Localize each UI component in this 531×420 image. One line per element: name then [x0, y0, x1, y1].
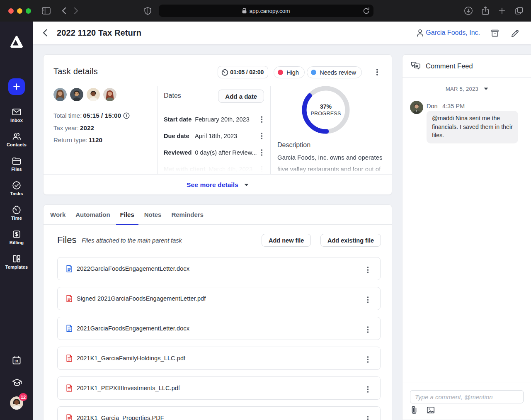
task-details-card: Task details 01:05 / 02:00 High Needs re…	[43, 54, 392, 195]
browser-sidebar-toggle-icon[interactable]	[42, 7, 51, 15]
file-menu-kebab[interactable]	[366, 384, 371, 394]
browser-chrome: app.canopy.com	[0, 0, 531, 22]
assignee-avatar[interactable]	[53, 88, 67, 101]
tab-overview-icon[interactable]	[514, 6, 524, 15]
sidebar-item-label: Inbox	[10, 118, 23, 123]
archive-icon[interactable]	[490, 29, 499, 38]
create-new-button[interactable]	[8, 78, 25, 95]
chevron-down-icon	[484, 87, 488, 90]
back-button[interactable]	[40, 28, 49, 37]
file-menu-kebab[interactable]	[366, 325, 371, 335]
comment-feed-panel: Comment Feed MAR 5, 2023 Don 4:35 PM @ma…	[402, 54, 531, 420]
app-sidebar: Inbox Contacts Files Tasks Time Billing …	[0, 22, 33, 420]
date-row-kebab[interactable]	[259, 114, 264, 124]
browser-back-icon[interactable]	[61, 7, 66, 15]
file-menu-kebab[interactable]	[366, 354, 371, 364]
privacy-shield-icon[interactable]	[144, 7, 151, 15]
address-bar[interactable]: app.canopy.com	[159, 5, 373, 17]
add-new-file-button[interactable]: Add new file	[262, 234, 311, 247]
timer-icon	[221, 68, 229, 76]
sidebar-item-templates[interactable]: Templates	[0, 254, 33, 278]
reload-icon[interactable]	[363, 7, 370, 15]
date-row-kebab[interactable]	[259, 131, 264, 141]
task-tabs-card: Work Automation Files Notes Reminders Fi…	[43, 204, 392, 420]
file-row[interactable]: 2021K1_GarciaFamilyHoldings_LLC.pdf	[57, 347, 381, 370]
sidebar-item-contacts[interactable]: Contacts	[0, 131, 33, 156]
sidebar-item-label: Time	[11, 216, 22, 221]
person-icon	[416, 29, 424, 37]
date-row-kebab[interactable]	[259, 148, 264, 158]
task-menu-kebab[interactable]	[375, 67, 380, 77]
file-name: 2021K1_GarciaFamilyHoldings_LLC.pdf	[77, 355, 185, 362]
date-row: Start date February 20th, 2023	[164, 111, 264, 128]
file-name: 2021K1_Garcia_Properties.PDF	[77, 415, 164, 420]
files-icon	[12, 156, 22, 166]
file-row[interactable]: 2021K1_Garcia_Properties.PDF	[57, 406, 381, 420]
info-icon[interactable]	[123, 112, 130, 119]
comment-input[interactable]	[410, 390, 524, 403]
new-tab-icon[interactable]	[498, 7, 506, 15]
comment-date-separator[interactable]: MAR 5, 2023	[402, 86, 531, 92]
calendar-icon[interactable]: 31	[12, 355, 22, 365]
window-minimize-button[interactable]	[17, 8, 22, 14]
comment-time: 4:35 PM	[442, 103, 465, 109]
assignee-avatar[interactable]	[70, 88, 83, 101]
file-row[interactable]: 2021K1_PEPXIIIInvestments_LLC.pdf	[57, 376, 381, 400]
timer-pill[interactable]: 01:05 / 02:00	[218, 66, 268, 78]
tax-year-value: 2022	[80, 124, 94, 131]
downloads-icon[interactable]	[464, 6, 473, 15]
window-close-button[interactable]	[8, 8, 14, 14]
file-menu-kebab[interactable]	[366, 295, 371, 305]
tab-work[interactable]: Work	[46, 205, 70, 225]
assignee-avatar[interactable]	[103, 88, 116, 101]
canopy-logo[interactable]	[10, 35, 23, 49]
status-dot	[311, 70, 316, 75]
attach-image-icon[interactable]	[426, 405, 435, 415]
assignee-avatars[interactable]	[53, 88, 116, 101]
date-row-kebab[interactable]	[259, 164, 264, 174]
tab-reminders[interactable]: Reminders	[167, 205, 208, 225]
tab-files[interactable]: Files	[116, 205, 138, 225]
pdf-file-icon	[65, 414, 73, 420]
comment-author: Don	[427, 103, 438, 109]
files-section-heading: Files	[57, 235, 76, 245]
task-tabs: Work Automation Files Notes Reminders	[44, 205, 392, 225]
file-row[interactable]: 2022GarciaFoodsEngagementLetter.docx	[57, 257, 381, 280]
divider	[402, 383, 531, 383]
add-existing-file-button[interactable]: Add existing file	[320, 234, 381, 247]
assignee-avatar[interactable]	[87, 88, 100, 101]
docx-file-icon	[65, 265, 73, 272]
status-pill[interactable]: Needs review	[307, 66, 362, 78]
sidebar-item-label: Templates	[5, 265, 28, 269]
education-icon[interactable]	[12, 378, 22, 388]
browser-forward-icon[interactable]	[74, 7, 79, 15]
sidebar-item-inbox[interactable]: Inbox	[0, 107, 33, 131]
sidebar-item-billing[interactable]: Billing	[0, 229, 33, 254]
sidebar-item-files[interactable]: Files	[0, 156, 33, 180]
see-more-details-button[interactable]: See more details	[44, 175, 392, 195]
tab-notes[interactable]: Notes	[140, 205, 166, 225]
file-menu-kebab[interactable]	[366, 265, 371, 275]
time-icon	[12, 205, 22, 215]
priority-pill[interactable]: High	[274, 66, 305, 78]
client-link[interactable]: Garcia Foods, Inc.	[416, 29, 480, 37]
lock-icon	[242, 8, 247, 14]
file-menu-kebab[interactable]	[366, 414, 371, 420]
chevron-down-icon	[244, 184, 249, 187]
sidebar-item-time[interactable]: Time	[0, 205, 33, 229]
sidebar-item-label: Billing	[10, 240, 24, 245]
share-icon[interactable]	[481, 6, 490, 16]
files-section-subtitle: Files attached to the main parent task	[82, 237, 182, 244]
attach-file-icon[interactable]	[410, 405, 418, 415]
tab-automation[interactable]: Automation	[71, 205, 114, 225]
comment-author-avatar[interactable]	[410, 101, 423, 114]
file-row[interactable]: Signed 2021GarciaFoodsEngagementLetter.p…	[57, 287, 381, 310]
main-content: Task details 01:05 / 02:00 High Needs re…	[33, 44, 531, 420]
edit-icon[interactable]	[510, 29, 519, 38]
file-row[interactable]: 2021GarciaFoodsEngagementLetter.docx	[57, 317, 381, 340]
sidebar-item-tasks[interactable]: Tasks	[0, 180, 33, 205]
billing-icon	[12, 229, 22, 239]
window-zoom-button[interactable]	[26, 8, 31, 14]
add-date-button[interactable]: Add a date	[218, 90, 264, 103]
file-name: 2021K1_PEPXIIIInvestments_LLC.pdf	[77, 385, 180, 391]
